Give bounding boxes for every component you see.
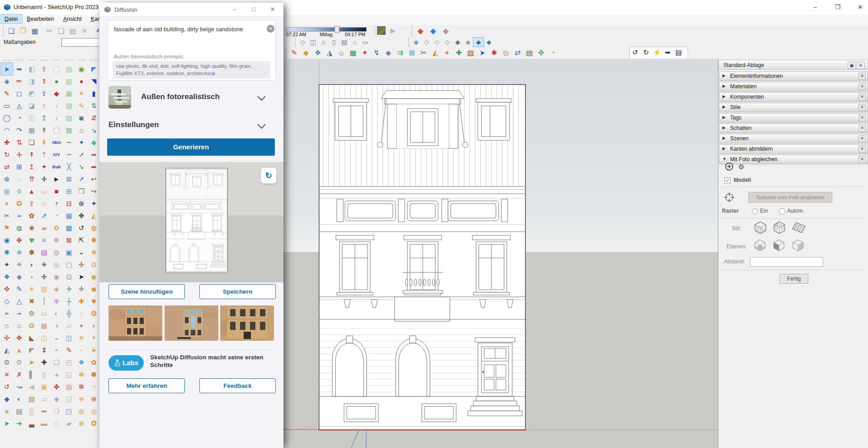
tool-icon[interactable]: ✦: [88, 197, 100, 210]
add-scene-button[interactable]: Szene hinzufügen: [108, 284, 185, 299]
tool-icon[interactable]: ⊕: [88, 393, 100, 405]
tool-icon[interactable]: ?: [88, 332, 100, 344]
tool-icon[interactable]: ▧: [63, 100, 75, 112]
tool-icon[interactable]: ▃: [26, 417, 38, 429]
tool-icon[interactable]: ✚: [75, 295, 87, 307]
tool-icon[interactable]: ⊕: [1, 173, 13, 185]
tool-icon[interactable]: ⊞: [14, 161, 25, 173]
tool-icon[interactable]: ❁: [51, 234, 62, 246]
tool-icon[interactable]: ◍: [51, 246, 62, 258]
tray-section-elementinformationen[interactable]: ▶Elementinformationen✕: [719, 71, 868, 81]
tool-icon[interactable]: ◙: [88, 283, 100, 295]
tool-icon[interactable]: ⇅: [88, 100, 100, 112]
file-tool-icon[interactable]: ❑: [55, 26, 67, 37]
tool-icon[interactable]: ◭: [88, 210, 100, 222]
tool-icon[interactable]: ⇑: [38, 75, 50, 87]
tool-icon[interactable]: ✂: [1, 210, 13, 222]
tool-icon[interactable]: ●: [51, 75, 62, 87]
tool-icon[interactable]: ⊟: [63, 197, 75, 210]
grid-style-plane-icon[interactable]: [792, 222, 806, 234]
tool-icon[interactable]: ✎: [63, 344, 75, 356]
tool-icon[interactable]: ➤: [75, 271, 87, 283]
tool-icon[interactable]: ◎: [88, 405, 100, 417]
tool-icon[interactable]: ◑: [51, 319, 62, 332]
tool-icon[interactable]: ◈: [51, 283, 62, 295]
arrow-icon[interactable]: ▶: [390, 27, 396, 35]
dialog-minimize-button[interactable]: –: [229, 4, 241, 15]
tool-icon[interactable]: ▱: [38, 393, 50, 405]
abstand-input[interactable]: [750, 257, 823, 267]
tool-icon[interactable]: ✎: [1, 87, 13, 100]
draw-tool-icon[interactable]: ❖: [312, 48, 324, 58]
tray-section-materialien[interactable]: ▶Materialien✕: [719, 82, 868, 91]
tool-icon[interactable]: ◉: [51, 271, 62, 283]
tool-icon[interactable]: ◓: [51, 344, 62, 356]
tool-icon[interactable]: ◔: [14, 112, 25, 124]
clear-prompt-icon[interactable]: ✕: [267, 25, 274, 33]
draw-tool-icon[interactable]: ⇉: [394, 48, 406, 58]
tool-icon[interactable]: ▒: [26, 405, 38, 417]
tool-icon[interactable]: ✏: [14, 75, 25, 87]
tool-icon[interactable]: ⚙: [1, 356, 13, 368]
tool-icon[interactable]: ❖: [1, 271, 13, 283]
grid-style-outside-icon[interactable]: [773, 221, 786, 234]
tool-icon[interactable]: ◎: [1, 185, 13, 197]
tool-icon[interactable]: ➔: [14, 417, 25, 429]
tool-icon[interactable]: ➦: [88, 161, 100, 173]
file-tool-icon[interactable]: ▤: [67, 26, 79, 37]
tool-icon[interactable]: ↟: [26, 148, 38, 161]
dialog-title-bar[interactable]: Diffusion – □ ✕: [99, 3, 283, 17]
tool-icon[interactable]: ◖: [26, 271, 38, 283]
tool-icon[interactable]: ➤: [88, 344, 100, 356]
tool-icon[interactable]: ✵: [88, 246, 100, 258]
tool-icon[interactable]: ◧: [26, 63, 38, 75]
tool-icon[interactable]: ●: [75, 75, 87, 87]
draw-tool-icon[interactable]: ▦: [347, 48, 359, 58]
tool-icon[interactable]: ┆: [38, 295, 50, 307]
tool-icon[interactable]: ❈: [14, 246, 25, 258]
tray-section-szenen[interactable]: ▶Szenen✕: [719, 134, 868, 143]
file-tool-icon[interactable]: ✕: [79, 26, 90, 37]
face-style-icon[interactable]: ◆: [484, 38, 494, 47]
pin-icon[interactable]: ▣: [848, 62, 856, 69]
tool-icon[interactable]: ⇪: [26, 197, 38, 210]
tool-icon[interactable]: ◱: [63, 368, 75, 381]
menu-item-datei[interactable]: Datei: [0, 14, 22, 24]
tool-icon[interactable]: ▩: [63, 124, 75, 136]
tool-icon[interactable]: ↘: [88, 124, 100, 136]
time-slider-track[interactable]: [286, 27, 367, 32]
draw-tool-icon[interactable]: ➤: [476, 48, 488, 58]
close-section-icon[interactable]: ✕: [859, 125, 866, 132]
tool-icon[interactable]: ⚑: [1, 222, 13, 234]
tool-icon[interactable]: ⇪: [38, 87, 50, 100]
tool-icon[interactable]: ▱: [63, 319, 75, 332]
measurements-input[interactable]: [61, 38, 101, 47]
tool-icon[interactable]: ✻: [75, 368, 87, 381]
close-section-icon[interactable]: ✕: [859, 146, 866, 153]
tool-icon[interactable]: ≡: [1, 405, 13, 417]
refresh-tool-icon[interactable]: ⚡: [651, 47, 662, 58]
add-photo-icon[interactable]: [725, 162, 734, 171]
view-icon[interactable]: ◇: [297, 38, 308, 47]
chevron-down-icon[interactable]: [257, 120, 265, 129]
tool-icon[interactable]: ✦: [1, 258, 13, 271]
tool-icon[interactable]: ◤: [88, 63, 100, 75]
tool-icon[interactable]: ▮: [88, 87, 100, 100]
settings-section-header[interactable]: Einstellungen: [99, 115, 283, 135]
face-style-icon[interactable]: ◇: [432, 38, 442, 47]
shadow-cube-icon[interactable]: ◆: [414, 25, 427, 37]
draw-tool-icon[interactable]: ✱: [488, 48, 500, 58]
tool-icon[interactable]: ✗: [14, 368, 25, 381]
tool-icon[interactable]: ┅: [63, 136, 75, 148]
tool-icon[interactable]: ⌖: [1, 197, 13, 210]
tool-icon[interactable]: ≡: [38, 234, 50, 246]
tool-icon[interactable]: ▰: [38, 222, 50, 234]
close-section-icon[interactable]: ✕: [859, 94, 866, 100]
tool-icon[interactable]: ◈: [14, 271, 25, 283]
tool-icon[interactable]: ⊠: [63, 173, 75, 185]
close-icon[interactable]: ✕: [857, 62, 865, 69]
tool-icon[interactable]: ⇕: [38, 344, 50, 356]
tool-icon[interactable]: ◙: [75, 112, 87, 124]
dialog-close-button[interactable]: ✕: [267, 4, 278, 15]
file-tool-icon[interactable]: ✂: [43, 26, 55, 37]
